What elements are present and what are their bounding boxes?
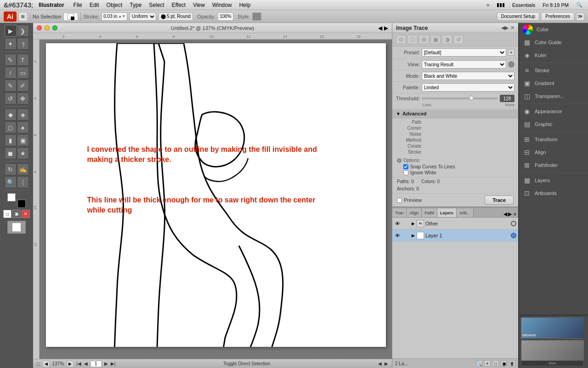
page-nav-last[interactable]: ▶| — [111, 361, 116, 366]
layers-new-layer-btn[interactable]: □ — [492, 360, 499, 367]
thumbnail-eboards[interactable]: eBoards — [521, 317, 583, 339]
rotate-view-tool[interactable]: ↻ — [5, 163, 17, 175]
fill-color[interactable] — [63, 12, 78, 21]
advanced-section-header[interactable]: ▼ Advanced — [392, 109, 518, 118]
rect-tool[interactable]: ▭ — [17, 67, 29, 79]
gradient-mode-btn[interactable]: ▣ — [12, 210, 21, 218]
snap-curves-checkbox[interactable] — [403, 164, 408, 169]
layers-panel-menu[interactable]: ≡ — [514, 212, 516, 217]
menu-file[interactable]: File — [70, 0, 86, 10]
sidebar-item-graphic-styles[interactable]: ▤ Graphic — [519, 118, 588, 131]
minimize-btn[interactable] — [45, 25, 50, 30]
other-layer-indicator[interactable] — [511, 221, 516, 226]
select-tool[interactable]: ▶ — [5, 25, 17, 37]
extra-options-btn[interactable]: ≫ — [576, 12, 584, 21]
layers-tab-next[interactable]: ▶ — [508, 211, 512, 217]
maximize-btn[interactable] — [52, 25, 57, 30]
preset-icon-grayscale[interactable]: ▣ — [430, 35, 441, 44]
slice-tool[interactable]: 〈 — [17, 176, 29, 188]
stroke-value-control[interactable]: 0.03 in ▲▼ — [102, 12, 127, 21]
stroke-swatch[interactable] — [17, 200, 26, 208]
width-tool[interactable]: ◈ — [17, 109, 29, 121]
menu-effect[interactable]: Effect — [168, 0, 189, 10]
ignore-white-checkbox[interactable] — [403, 170, 408, 175]
canvas-scroll-left[interactable]: ◀ — [378, 361, 382, 366]
sidebar-item-transform[interactable]: ⊞ Transform — [519, 133, 588, 146]
trace-button[interactable]: Trace — [485, 196, 514, 205]
layer1-expand[interactable]: ▶ — [410, 232, 416, 239]
menu-edit[interactable]: Edit — [86, 0, 103, 10]
sidebar-item-layers[interactable]: ▦ Layers — [519, 174, 588, 187]
menu-window[interactable]: Window — [209, 0, 236, 10]
thumbnail-shot[interactable]: Shot — [521, 340, 583, 366]
hand-tool[interactable]: ✍ — [17, 163, 29, 175]
panel-close-icon[interactable]: ✕ — [510, 25, 514, 31]
preset-icon-low-color[interactable]: ⊞ — [419, 35, 429, 44]
rotate-tool[interactable]: ↺ — [5, 92, 17, 104]
tab-layers[interactable]: Layers — [437, 208, 457, 217]
preset-icon-bw[interactable]: ◑ — [442, 35, 452, 44]
sidebar-item-color-guide[interactable]: ▦ Color Guide — [519, 36, 588, 49]
layer1-lock[interactable] — [402, 232, 409, 239]
blend-tool[interactable]: ◻ — [5, 121, 17, 133]
sidebar-item-artboards[interactable]: ⊡ Artboards — [519, 187, 588, 200]
canvas-scroll-right[interactable]: ▶ — [384, 361, 388, 366]
essentials-dropdown[interactable]: Essentials — [510, 2, 537, 8]
paintbrush-tool[interactable]: ✎ — [5, 80, 17, 92]
draw-mode-btns[interactable] — [7, 221, 26, 234]
column-graph-tool[interactable]: ▮ — [5, 134, 17, 146]
preset-options-btn[interactable]: ≡ — [508, 49, 514, 56]
sidebar-item-gradient[interactable]: ▣ Gradient — [519, 77, 588, 90]
tab-artboards[interactable]: Artb... — [457, 208, 474, 217]
layer-item-other[interactable]: 👁 ▶ Ai Other — [392, 218, 518, 230]
mesh-tool[interactable]: ▣ — [17, 134, 29, 146]
menu-select[interactable]: Select — [145, 0, 168, 10]
zoom-btn-prev[interactable]: ◀ — [43, 361, 50, 367]
fill-swatch[interactable] — [7, 193, 16, 201]
document-setup-btn[interactable]: Document Setup — [497, 12, 540, 21]
eyedropper-tool[interactable]: ★ — [17, 147, 29, 159]
panel-collapse-icon[interactable]: ◀▶ — [501, 25, 509, 31]
panel-expand-btn[interactable]: ▶ — [384, 25, 388, 31]
style-swatch[interactable] — [252, 12, 261, 21]
tab-pathl[interactable]: Pathl — [422, 208, 437, 217]
layers-tab-prev[interactable]: ◀ — [503, 211, 507, 217]
close-btn[interactable] — [37, 25, 42, 30]
threshold-slider-thumb[interactable] — [469, 96, 474, 100]
pencil-tool[interactable]: ✐ — [17, 80, 29, 92]
opacity-control[interactable]: 100% — [218, 12, 233, 21]
view-select[interactable]: Tracing Result — [422, 60, 506, 69]
type-tool[interactable]: T — [17, 54, 29, 66]
page-number-input[interactable] — [90, 361, 102, 367]
sidebar-item-transparency[interactable]: ◫ Transparen... — [519, 90, 588, 103]
layers-search-btn[interactable]: 🔍 — [476, 360, 482, 367]
preset-icon-high-color[interactable]: ⬡ — [407, 35, 418, 44]
page-nav-prev[interactable]: |◀ — [76, 361, 81, 366]
preview-checkbox[interactable] — [397, 198, 402, 203]
scale-tool[interactable]: ✥ — [17, 92, 29, 104]
layers-delete-btn[interactable]: 🗑 — [509, 360, 515, 367]
threshold-slider[interactable] — [422, 98, 498, 99]
menu-view[interactable]: View — [189, 0, 209, 10]
sidebar-item-pathfinder[interactable]: ⊠ Pathfinder — [519, 159, 588, 172]
gradient-tool[interactable]: ◼ — [5, 147, 17, 159]
direct-select-tool[interactable]: ❯ — [17, 25, 29, 37]
color-mode-btn[interactable]: □ — [3, 210, 11, 218]
workspace-btn[interactable]: ⊞ — [18, 12, 28, 21]
preset-icon-reset[interactable]: ↺ — [453, 35, 464, 44]
art-canvas[interactable]: I converted the shape to an outline by m… — [46, 43, 386, 347]
line-tool[interactable]: / — [5, 67, 17, 79]
layers-add-btn[interactable]: + — [484, 360, 491, 367]
layers-new-sublayer-btn[interactable]: ▣ — [501, 360, 507, 367]
warp-tool[interactable]: ◆ — [5, 109, 17, 121]
layer1-eye[interactable]: 👁 — [393, 231, 401, 240]
sidebar-item-align[interactable]: ⊟ Align — [519, 146, 588, 159]
palette-select[interactable]: Limited — [422, 83, 514, 92]
sidebar-item-appearance[interactable]: ◉ Appearance — [519, 105, 588, 118]
tab-align[interactable]: Align — [407, 208, 422, 217]
layer-item-layer1[interactable]: 👁 ▶ Layer 1 — [392, 230, 518, 242]
other-layer-lock[interactable] — [402, 220, 409, 227]
panel-collapse-btn[interactable]: ◀ — [378, 25, 382, 31]
mode-select[interactable]: Black and White — [422, 72, 514, 80]
page-nav-back[interactable]: ◀ — [84, 361, 88, 366]
